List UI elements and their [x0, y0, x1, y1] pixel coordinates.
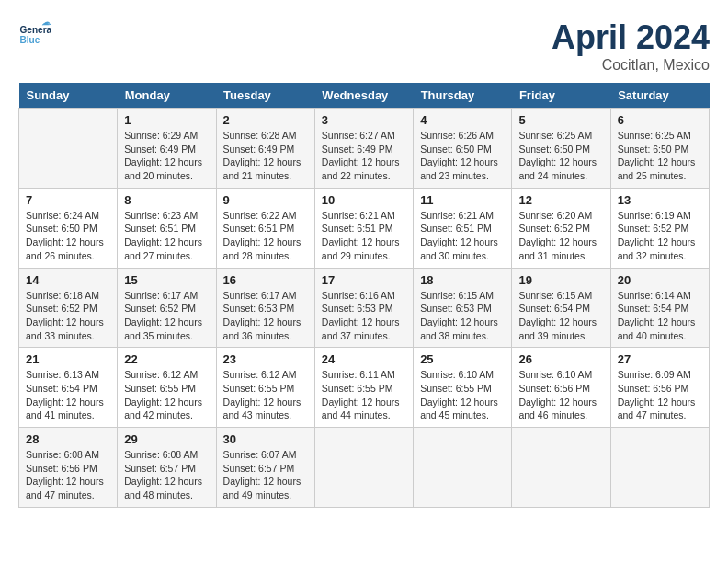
location: Cocitlan, Mexico: [552, 57, 710, 74]
day-info: Sunrise: 6:10 AMSunset: 6:56 PMDaylight:…: [518, 368, 603, 422]
title-section: April 2024 Cocitlan, Mexico: [552, 18, 710, 74]
day-info: Sunrise: 6:08 AMSunset: 6:56 PMDaylight:…: [26, 448, 110, 502]
day-cell: 8Sunrise: 6:23 AMSunset: 6:51 PMDaylight…: [118, 188, 216, 268]
day-cell: 12Sunrise: 6:20 AMSunset: 6:52 PMDayligh…: [512, 188, 610, 268]
day-header-tuesday: Tuesday: [216, 83, 314, 109]
day-number: 22: [124, 352, 209, 366]
day-cell: 25Sunrise: 6:10 AMSunset: 6:55 PMDayligh…: [414, 348, 512, 428]
day-info: Sunrise: 6:23 AMSunset: 6:51 PMDaylight:…: [124, 209, 209, 263]
day-info: Sunrise: 6:18 AMSunset: 6:52 PMDaylight:…: [26, 289, 110, 343]
day-info: Sunrise: 6:26 AMSunset: 6:50 PMDaylight:…: [420, 129, 505, 183]
day-info: Sunrise: 6:28 AMSunset: 6:49 PMDaylight:…: [223, 129, 308, 183]
day-number: 9: [223, 193, 308, 207]
logo-icon: General Blue: [18, 18, 51, 52]
svg-text:Blue: Blue: [19, 35, 40, 45]
day-info: Sunrise: 6:13 AMSunset: 6:54 PMDaylight:…: [26, 368, 110, 422]
day-info: Sunrise: 6:11 AMSunset: 6:55 PMDaylight:…: [322, 368, 406, 422]
day-number: 28: [26, 432, 110, 446]
day-info: Sunrise: 6:15 AMSunset: 6:53 PMDaylight:…: [420, 289, 505, 343]
day-header-wednesday: Wednesday: [314, 83, 413, 109]
logo: General Blue: [18, 18, 51, 52]
day-cell: 29Sunrise: 6:08 AMSunset: 6:57 PMDayligh…: [118, 428, 216, 508]
day-header-saturday: Saturday: [610, 83, 709, 109]
day-number: 29: [124, 432, 209, 446]
week-row-4: 21Sunrise: 6:13 AMSunset: 6:54 PMDayligh…: [19, 348, 710, 428]
day-cell: 4Sunrise: 6:26 AMSunset: 6:50 PMDaylight…: [414, 109, 512, 189]
day-cell: 15Sunrise: 6:17 AMSunset: 6:52 PMDayligh…: [118, 268, 216, 348]
day-info: Sunrise: 6:17 AMSunset: 6:52 PMDaylight:…: [124, 289, 209, 343]
day-number: 18: [420, 273, 505, 287]
day-number: 5: [518, 113, 603, 127]
day-info: Sunrise: 6:17 AMSunset: 6:53 PMDaylight:…: [223, 289, 308, 343]
day-number: 20: [618, 273, 702, 287]
day-number: 27: [618, 352, 702, 366]
day-cell: 30Sunrise: 6:07 AMSunset: 6:57 PMDayligh…: [216, 428, 314, 508]
week-row-1: 1Sunrise: 6:29 AMSunset: 6:49 PMDaylight…: [19, 109, 710, 189]
day-cell: 5Sunrise: 6:25 AMSunset: 6:50 PMDaylight…: [512, 109, 610, 189]
day-number: 13: [618, 193, 702, 207]
day-number: 4: [420, 113, 505, 127]
day-cell: 28Sunrise: 6:08 AMSunset: 6:56 PMDayligh…: [19, 428, 118, 508]
day-cell: 21Sunrise: 6:13 AMSunset: 6:54 PMDayligh…: [19, 348, 118, 428]
day-info: Sunrise: 6:20 AMSunset: 6:52 PMDaylight:…: [518, 209, 603, 263]
day-info: Sunrise: 6:16 AMSunset: 6:53 PMDaylight:…: [322, 289, 406, 343]
day-cell: 20Sunrise: 6:14 AMSunset: 6:54 PMDayligh…: [610, 268, 709, 348]
day-number: 8: [124, 193, 209, 207]
day-cell: 27Sunrise: 6:09 AMSunset: 6:56 PMDayligh…: [610, 348, 709, 428]
day-cell: [19, 109, 118, 189]
week-row-2: 7Sunrise: 6:24 AMSunset: 6:50 PMDaylight…: [19, 188, 710, 268]
day-cell: [512, 428, 610, 508]
day-number: 30: [223, 432, 308, 446]
day-cell: 14Sunrise: 6:18 AMSunset: 6:52 PMDayligh…: [19, 268, 118, 348]
page-header: General Blue April 2024 Cocitlan, Mexico: [18, 18, 710, 74]
day-number: 17: [322, 273, 406, 287]
day-cell: 3Sunrise: 6:27 AMSunset: 6:49 PMDaylight…: [314, 109, 413, 189]
day-info: Sunrise: 6:07 AMSunset: 6:57 PMDaylight:…: [223, 448, 308, 502]
day-info: Sunrise: 6:25 AMSunset: 6:50 PMDaylight:…: [618, 129, 702, 183]
day-cell: [314, 428, 413, 508]
day-cell: 19Sunrise: 6:15 AMSunset: 6:54 PMDayligh…: [512, 268, 610, 348]
day-number: 10: [322, 193, 406, 207]
day-number: 1: [124, 113, 209, 127]
day-number: 7: [26, 193, 110, 207]
day-cell: 26Sunrise: 6:10 AMSunset: 6:56 PMDayligh…: [512, 348, 610, 428]
day-number: 19: [518, 273, 603, 287]
day-cell: 18Sunrise: 6:15 AMSunset: 6:53 PMDayligh…: [414, 268, 512, 348]
day-cell: 17Sunrise: 6:16 AMSunset: 6:53 PMDayligh…: [314, 268, 413, 348]
month-title: April 2024: [552, 18, 710, 57]
day-cell: 24Sunrise: 6:11 AMSunset: 6:55 PMDayligh…: [314, 348, 413, 428]
day-info: Sunrise: 6:19 AMSunset: 6:52 PMDaylight:…: [618, 209, 702, 263]
day-number: 14: [26, 273, 110, 287]
day-number: 2: [223, 113, 308, 127]
day-header-friday: Friday: [512, 83, 610, 109]
day-info: Sunrise: 6:12 AMSunset: 6:55 PMDaylight:…: [124, 368, 209, 422]
week-row-3: 14Sunrise: 6:18 AMSunset: 6:52 PMDayligh…: [19, 268, 710, 348]
day-info: Sunrise: 6:27 AMSunset: 6:49 PMDaylight:…: [322, 129, 406, 183]
day-cell: 23Sunrise: 6:12 AMSunset: 6:55 PMDayligh…: [216, 348, 314, 428]
day-info: Sunrise: 6:21 AMSunset: 6:51 PMDaylight:…: [322, 209, 406, 263]
day-cell: [610, 428, 709, 508]
day-number: 6: [618, 113, 702, 127]
day-cell: 13Sunrise: 6:19 AMSunset: 6:52 PMDayligh…: [610, 188, 709, 268]
day-number: 16: [223, 273, 308, 287]
day-cell: 7Sunrise: 6:24 AMSunset: 6:50 PMDaylight…: [19, 188, 118, 268]
day-number: 25: [420, 352, 505, 366]
day-cell: 11Sunrise: 6:21 AMSunset: 6:51 PMDayligh…: [414, 188, 512, 268]
day-number: 23: [223, 352, 308, 366]
day-cell: 6Sunrise: 6:25 AMSunset: 6:50 PMDaylight…: [610, 109, 709, 189]
day-cell: 1Sunrise: 6:29 AMSunset: 6:49 PMDaylight…: [118, 109, 216, 189]
week-row-5: 28Sunrise: 6:08 AMSunset: 6:56 PMDayligh…: [19, 428, 710, 508]
day-cell: 22Sunrise: 6:12 AMSunset: 6:55 PMDayligh…: [118, 348, 216, 428]
day-cell: 16Sunrise: 6:17 AMSunset: 6:53 PMDayligh…: [216, 268, 314, 348]
day-cell: 2Sunrise: 6:28 AMSunset: 6:49 PMDaylight…: [216, 109, 314, 189]
day-number: 26: [518, 352, 603, 366]
day-info: Sunrise: 6:15 AMSunset: 6:54 PMDaylight:…: [518, 289, 603, 343]
header-row: SundayMondayTuesdayWednesdayThursdayFrid…: [19, 83, 710, 109]
day-info: Sunrise: 6:21 AMSunset: 6:51 PMDaylight:…: [420, 209, 505, 263]
day-info: Sunrise: 6:25 AMSunset: 6:50 PMDaylight:…: [518, 129, 603, 183]
day-info: Sunrise: 6:29 AMSunset: 6:49 PMDaylight:…: [124, 129, 209, 183]
calendar-table: SundayMondayTuesdayWednesdayThursdayFrid…: [18, 83, 710, 508]
day-info: Sunrise: 6:09 AMSunset: 6:56 PMDaylight:…: [618, 368, 702, 422]
day-info: Sunrise: 6:12 AMSunset: 6:55 PMDaylight:…: [223, 368, 308, 422]
day-cell: 10Sunrise: 6:21 AMSunset: 6:51 PMDayligh…: [314, 188, 413, 268]
